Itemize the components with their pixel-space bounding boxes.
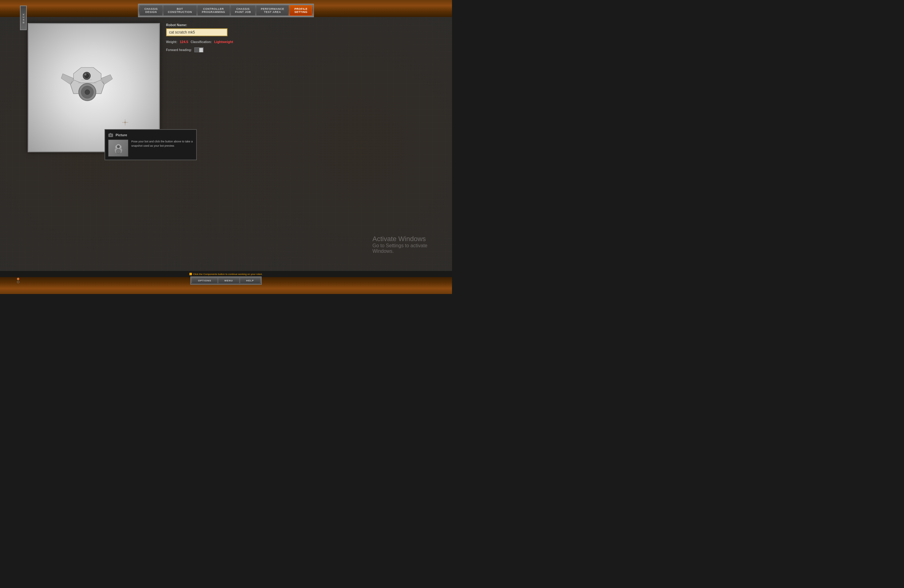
nav-item-bot-construction[interactable]: BOTCONSTRUCTION: [163, 5, 197, 16]
indicators: [17, 278, 19, 283]
camera-icon: [108, 133, 113, 137]
nav-item-performance-test-area[interactable]: PERFORMANCETEST AREA: [256, 5, 289, 16]
activate-windows-subtitle: Go to Settings to activateWindows.: [372, 243, 427, 254]
classification-label: Classification:: [191, 40, 212, 44]
indicator-dot-1: [17, 278, 19, 280]
status-icon: [190, 273, 192, 275]
robot-info-panel: Robot Name: Weight: 124.5 Classification…: [166, 23, 289, 52]
bottom-nav-help[interactable]: HELP: [240, 278, 261, 283]
toggle-knob: [199, 48, 203, 52]
back-button[interactable]: BACK: [20, 6, 27, 30]
weight-label: Weight:: [166, 40, 177, 44]
thumbnail-robot: [111, 141, 126, 155]
status-message: Click the Components button to continue …: [190, 273, 262, 275]
activate-windows-title: Activate Windows: [372, 235, 427, 243]
indicator-dot-2: [17, 281, 19, 283]
robot-svg: [54, 54, 121, 109]
robot-name-input[interactable]: [166, 28, 228, 36]
svg-point-20: [116, 149, 120, 153]
cursor-indicator: [122, 119, 128, 127]
weight-value: 124.5: [180, 40, 188, 44]
nav-bar: CHASSISDESIGN BOTCONSTRUCTION CONTROLLER…: [138, 4, 314, 17]
heading-label: Forward heading:: [166, 48, 192, 52]
activate-windows-watermark: Activate Windows Go to Settings to activ…: [372, 235, 427, 254]
picture-title: Picture: [115, 133, 127, 137]
svg-point-9: [85, 74, 86, 76]
classification-value: Lightweight: [214, 40, 233, 44]
svg-point-14: [124, 122, 126, 123]
robot-name-label: Robot Name:: [166, 23, 289, 27]
nav-item-controller-programming[interactable]: CONTROLLERPROGRAMMING: [197, 5, 230, 16]
svg-point-6: [85, 90, 90, 95]
picture-header: Picture: [108, 133, 193, 137]
heading-toggle[interactable]: [194, 47, 204, 52]
picture-description: Pose your bot and click the button above…: [131, 140, 193, 148]
status-bar: Click the Components button to continue …: [0, 271, 452, 277]
svg-rect-17: [110, 133, 111, 134]
nav-item-profile-setting[interactable]: PROFILESETTING: [289, 5, 312, 16]
picture-panel: Picture Pose your bot and click the butt…: [104, 129, 197, 160]
nav-item-chassis-design[interactable]: CHASSISDESIGN: [140, 5, 163, 16]
svg-point-21: [117, 145, 120, 148]
robot-model: [54, 54, 121, 111]
bottom-nav-options[interactable]: OPTIONS: [191, 278, 218, 283]
bottom-nav: OPTIONS MENU HELP: [190, 277, 262, 285]
stats-row: Weight: 124.5 Classification: Lightweigh…: [166, 40, 289, 44]
picture-thumbnail: [108, 140, 128, 156]
heading-row: Forward heading:: [166, 47, 289, 52]
nav-item-chassis-paint-job[interactable]: CHASSISPAINT JOB: [230, 5, 256, 16]
bottom-nav-menu[interactable]: MENU: [218, 278, 240, 283]
svg-point-16: [110, 134, 112, 136]
picture-content: Pose your bot and click the button above…: [108, 140, 193, 156]
